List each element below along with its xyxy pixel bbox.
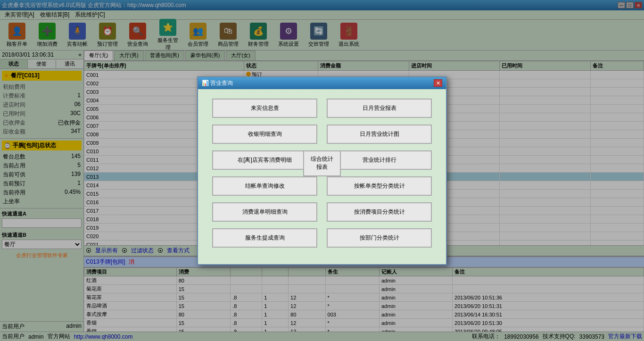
btn-service-query[interactable]: 服务生提成查询	[212, 228, 317, 248]
btn-sales-rank[interactable]: 营业统计排行	[327, 150, 432, 170]
modal-title: 📊 营业查询	[202, 79, 233, 87]
modal-dialog: 📊 营业查询 ✕ 来宾信息查 日月营业报表 收银明细查询 日月营业统计图 在[离…	[197, 76, 447, 265]
btn-item-stats[interactable]: 按消费项目分类统计	[327, 202, 432, 222]
btn-refund-detail[interactable]: 消费退单明细查询	[212, 202, 317, 222]
btn-daily-chart[interactable]: 日月营业统计图	[327, 125, 432, 144]
btn-visitor-info[interactable]: 来宾信息查	[212, 99, 317, 118]
btn-checkout-query[interactable]: 结帐单查询修改	[212, 176, 317, 196]
modal-content: 来宾信息查 日月营业报表 收银明细查询 日月营业统计图 在[离]店宾客消费明细 …	[198, 89, 446, 257]
modal-overlay: 📊 营业查询 ✕ 来宾信息查 日月营业报表 收银明细查询 日月营业统计图 在[离…	[0, 0, 644, 341]
btn-type-stats[interactable]: 按帐单类型分类统计	[327, 176, 432, 196]
btn-cashier-detail[interactable]: 收银明细查询	[212, 125, 317, 144]
modal-title-text: 营业查询	[210, 80, 233, 86]
btn-daily-report[interactable]: 日月营业报表	[327, 99, 432, 118]
modal-titlebar: 📊 营业查询 ✕	[198, 77, 446, 89]
btn-comprehensive[interactable]: 综合统计 报表	[303, 150, 341, 176]
btn-instore-detail[interactable]: 在[离]店宾客消费明细	[212, 150, 317, 170]
modal-close-button[interactable]: ✕	[434, 79, 442, 87]
modal-title-icon: 📊	[202, 80, 209, 86]
btn-dept-stats[interactable]: 按部门分类统计	[327, 228, 432, 248]
